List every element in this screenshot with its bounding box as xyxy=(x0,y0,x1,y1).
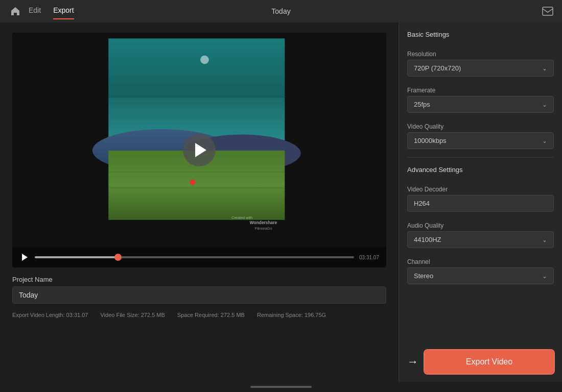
nav-edit[interactable]: Edit xyxy=(29,6,41,16)
framerate-select[interactable]: 25fps ⌄ xyxy=(407,96,554,113)
framerate-label: Framerate xyxy=(407,87,554,94)
play-small-button[interactable] xyxy=(19,252,30,262)
scroll-indicator xyxy=(250,386,312,388)
time-suffix: .07 xyxy=(372,255,379,260)
video-quality-field-group: Video Quality 10000kbps ⌄ xyxy=(407,119,554,149)
svg-text:Created with: Created with xyxy=(231,215,252,220)
export-length-label: Export Video Length: 03:31.07 xyxy=(12,312,88,318)
export-remaining-label: Remaining Space: 196.75G xyxy=(257,312,326,318)
export-video-button[interactable]: Export Video xyxy=(425,350,554,374)
progress-fill xyxy=(35,256,118,258)
progress-bar[interactable] xyxy=(35,256,354,258)
resolution-chevron-icon: ⌄ xyxy=(542,65,547,72)
video-quality-select[interactable]: 10000kbps ⌄ xyxy=(407,132,554,149)
channel-label: Channel xyxy=(407,258,554,265)
project-section: Project Name xyxy=(12,276,386,304)
resolution-field-group: Resolution 720P (720x720) ⌄ xyxy=(407,46,554,77)
time-current: 03:31 xyxy=(359,255,372,260)
framerate-chevron-icon: ⌄ xyxy=(542,101,547,108)
export-info: Export Video Length: 03:31.07 Video File… xyxy=(12,312,386,318)
time-display: 03:31.07 xyxy=(359,254,379,261)
export-button-row: → Export Video xyxy=(407,346,554,374)
video-decoder-field-group: Video Decoder H264 xyxy=(407,182,554,212)
nav-right xyxy=(542,5,554,17)
audio-quality-select[interactable]: 44100HZ ⌄ xyxy=(407,231,554,248)
video-decoder-value: H264 xyxy=(407,195,554,212)
resolution-label: Resolution xyxy=(407,51,554,58)
svg-text:FilmoraGo: FilmoraGo xyxy=(254,226,272,231)
nav-title: Today xyxy=(271,7,290,15)
left-panel: Created with Wondershare FilmoraGo 03:31… xyxy=(0,22,399,382)
video-quality-label: Video Quality xyxy=(407,123,554,130)
audio-quality-label: Audio Quality xyxy=(407,222,554,229)
svg-text:Wondershare: Wondershare xyxy=(250,220,277,225)
play-button[interactable] xyxy=(183,134,216,166)
framerate-field-group: Framerate 25fps ⌄ xyxy=(407,83,554,113)
video-controls: 03:31.07 xyxy=(12,247,386,267)
channel-chevron-icon: ⌄ xyxy=(542,273,547,280)
svg-rect-2 xyxy=(108,38,285,97)
bottom-bar xyxy=(0,382,562,392)
arrow-right-icon: → xyxy=(407,355,418,369)
svg-point-3 xyxy=(200,56,209,64)
export-space-required-label: Space Required: 272.5 MB xyxy=(177,312,245,318)
video-decoder-label: Video Decoder xyxy=(407,186,554,193)
top-navigation: Edit Export Today xyxy=(0,0,562,22)
audio-quality-chevron-icon: ⌄ xyxy=(542,236,547,243)
home-icon[interactable] xyxy=(8,4,22,18)
channel-field-group: Channel Stereo ⌄ xyxy=(407,254,554,284)
video-quality-chevron-icon: ⌄ xyxy=(542,137,547,144)
mail-icon[interactable] xyxy=(542,5,554,17)
channel-select[interactable]: Stereo ⌄ xyxy=(407,267,554,284)
progress-handle[interactable] xyxy=(114,254,122,261)
main-content: Created with Wondershare FilmoraGo 03:31… xyxy=(0,22,562,382)
basic-settings-title: Basic Settings xyxy=(407,31,554,38)
svg-rect-0 xyxy=(543,7,553,15)
advanced-settings-title: Advanced Settings xyxy=(407,166,554,174)
export-filesize-label: Video File Size: 272.5 MB xyxy=(100,312,165,318)
resolution-select[interactable]: 720P (720x720) ⌄ xyxy=(407,60,554,77)
nav-export[interactable]: Export xyxy=(53,6,74,16)
divider xyxy=(407,157,554,158)
project-name-input[interactable] xyxy=(12,286,386,304)
right-panel: Basic Settings Resolution 720P (720x720)… xyxy=(399,22,562,382)
nav-links: Edit Export xyxy=(29,6,74,16)
video-preview: Created with Wondershare FilmoraGo 03:31… xyxy=(12,33,386,267)
project-name-label: Project Name xyxy=(12,276,386,283)
audio-quality-field-group: Audio Quality 44100HZ ⌄ xyxy=(407,218,554,248)
